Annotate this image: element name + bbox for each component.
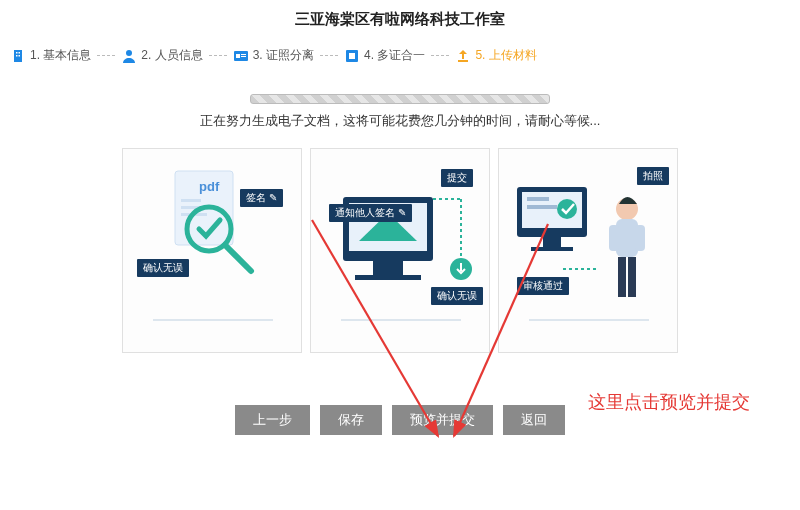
card-approval: 拍照 审核通过 xyxy=(498,148,678,353)
svg-rect-42 xyxy=(529,319,649,321)
annotation-text: 这里点击预览并提交 xyxy=(588,390,750,414)
prev-button[interactable]: 上一步 xyxy=(235,405,310,435)
svg-rect-19 xyxy=(153,319,273,321)
step-label: 1. 基本信息 xyxy=(30,47,91,64)
step-license-separation[interactable]: 3. 证照分离 xyxy=(233,47,314,64)
svg-rect-41 xyxy=(628,257,636,297)
step-dash xyxy=(209,55,227,56)
step-label: 5. 上传材料 xyxy=(475,47,536,64)
svg-line-18 xyxy=(225,245,251,271)
progress-bar xyxy=(250,94,550,104)
svg-rect-37 xyxy=(616,219,638,257)
step-basic-info[interactable]: 1. 基本信息 xyxy=(10,47,91,64)
pdf-label: pdf xyxy=(199,179,220,194)
svg-rect-3 xyxy=(16,55,18,57)
tag-confirm: 确认无误 xyxy=(431,287,483,305)
step-personnel[interactable]: 2. 人员信息 xyxy=(121,47,202,64)
step-bar: 1. 基本信息 2. 人员信息 3. 证照分离 4. 多证合一 5. 上传材料 xyxy=(0,47,800,72)
id-card-icon xyxy=(233,48,249,64)
tag-sign: 签名 ✎ xyxy=(240,189,283,207)
svg-point-5 xyxy=(126,50,132,56)
step-upload-materials[interactable]: 5. 上传材料 xyxy=(455,47,536,64)
svg-rect-22 xyxy=(373,261,403,275)
upload-icon xyxy=(455,48,471,64)
tag-confirm: 确认无误 xyxy=(137,259,189,277)
svg-rect-14 xyxy=(181,199,201,202)
card-review-sign: pdf 确认无误 签名 ✎ xyxy=(122,148,302,353)
tag-approved: 审核通过 xyxy=(517,277,569,295)
person-icon xyxy=(121,48,137,64)
step-dash xyxy=(97,55,115,56)
svg-rect-27 xyxy=(341,319,461,321)
illustration-cards: pdf 确认无误 签名 ✎ 提交 通知他人签名 ✎ 确认无误 xyxy=(0,148,800,353)
status-text: 正在努力生成电子文档，这将可能花费您几分钟的时间，请耐心等候... xyxy=(0,112,800,130)
tag-submit: 提交 xyxy=(441,169,473,187)
svg-rect-11 xyxy=(349,53,355,59)
svg-rect-39 xyxy=(635,225,645,251)
svg-rect-0 xyxy=(14,50,22,62)
svg-rect-30 xyxy=(527,197,549,201)
svg-rect-12 xyxy=(458,60,468,62)
svg-point-32 xyxy=(557,199,577,219)
svg-rect-31 xyxy=(527,205,557,209)
svg-rect-7 xyxy=(236,54,240,58)
svg-rect-33 xyxy=(543,237,561,247)
tag-notify: 通知他人签名 ✎ xyxy=(329,204,412,222)
building-icon xyxy=(10,48,26,64)
svg-rect-4 xyxy=(19,55,21,57)
svg-rect-38 xyxy=(609,225,619,251)
preview-submit-button[interactable]: 预览并提交 xyxy=(392,405,493,435)
step-label: 4. 多证合一 xyxy=(364,47,425,64)
tag-camera: 拍照 xyxy=(637,167,669,185)
save-button[interactable]: 保存 xyxy=(320,405,382,435)
step-multi-license[interactable]: 4. 多证合一 xyxy=(344,47,425,64)
svg-rect-23 xyxy=(355,275,421,280)
back-button[interactable]: 返回 xyxy=(503,405,565,435)
svg-rect-34 xyxy=(531,247,573,251)
card-notify-submit: 提交 通知他人签名 ✎ 确认无误 xyxy=(310,148,490,353)
step-dash xyxy=(431,55,449,56)
step-label: 2. 人员信息 xyxy=(141,47,202,64)
step-label: 3. 证照分离 xyxy=(253,47,314,64)
stack-icon xyxy=(344,48,360,64)
step-dash xyxy=(320,55,338,56)
svg-rect-8 xyxy=(241,54,246,55)
svg-rect-1 xyxy=(16,52,18,54)
svg-rect-2 xyxy=(19,52,21,54)
svg-rect-9 xyxy=(241,56,246,57)
page-title: 三亚海棠区有啦网络科技工作室 xyxy=(0,0,800,47)
svg-rect-40 xyxy=(618,257,626,297)
